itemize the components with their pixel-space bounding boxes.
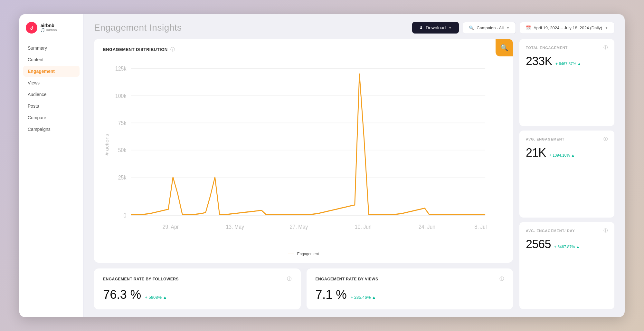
chart-legend: Engagement <box>103 252 504 256</box>
bottom-row: ENGAGEMENT RATE BY FOLLOWERS ⓘ 76.3 % + … <box>94 268 513 309</box>
date-dropdown-arrow: ▼ <box>605 26 608 30</box>
svg-text:24. Jun: 24. Jun <box>419 223 435 230</box>
campaign-filter-button[interactable]: 🔍 Campaign · All ▼ <box>463 22 516 34</box>
avg-engagement-info-icon[interactable]: ⓘ <box>603 136 608 142</box>
svg-text:75k: 75k <box>118 119 127 126</box>
tiktok-logo-icon <box>26 22 37 34</box>
rate-followers-title: ENGAGEMENT RATE BY FOLLOWERS ⓘ <box>103 276 292 282</box>
chart-search-badge[interactable]: 🔍 <box>496 39 513 56</box>
avg-engagement-value-row: 21K + 1094.16% ▲ <box>526 142 608 160</box>
campaign-dropdown-arrow: ▼ <box>506 26 510 30</box>
sidebar-item-posts[interactable]: Posts <box>23 101 80 112</box>
rate-followers-value: 76.3 % <box>103 288 141 302</box>
page-title: Engagement Insights <box>94 23 182 33</box>
download-icon: ⬇ <box>419 25 423 30</box>
avg-engagement-change: + 1094.16% ▲ <box>549 153 575 158</box>
chart-title-row: ENGAGEMENT DISTRIBUTION ⓘ <box>103 47 504 53</box>
total-engagement-label: TOTAL ENGAGEMENT ⓘ <box>526 45 608 51</box>
svg-text:29. Apr: 29. Apr <box>163 223 179 230</box>
legend-dot <box>288 254 294 254</box>
svg-text:0: 0 <box>124 212 127 219</box>
rate-views-card: ENGAGEMENT RATE BY VIEWS ⓘ 7.1 % + 285.4… <box>307 268 513 309</box>
download-dropdown-arrow: ▼ <box>448 26 452 30</box>
engagement-chart-card: ENGAGEMENT DISTRIBUTION ⓘ 🔍 <box>94 39 513 263</box>
header: Engagement Insights ⬇ Download ▼ 🔍 Campa… <box>84 14 625 39</box>
chart-title: ENGAGEMENT DISTRIBUTION <box>103 47 168 52</box>
total-engagement-up-icon: ▲ <box>577 62 581 66</box>
svg-text:50k: 50k <box>118 147 127 153</box>
rate-views-info-icon[interactable]: ⓘ <box>499 276 504 282</box>
total-engagement-card: TOTAL ENGAGEMENT ⓘ 233K + 6467.87% ▲ <box>519 39 614 126</box>
main-content: Engagement Insights ⬇ Download ▼ 🔍 Campa… <box>84 14 625 317</box>
total-engagement-value: 233K <box>526 54 552 68</box>
svg-text:# actions: # actions <box>104 133 109 155</box>
rate-followers-info-icon[interactable]: ⓘ <box>287 276 292 282</box>
rate-views-value: 7.1 % <box>316 288 347 302</box>
rate-views-title: ENGAGEMENT RATE BY VIEWS ⓘ <box>316 276 504 282</box>
right-column: TOTAL ENGAGEMENT ⓘ 233K + 6467.87% ▲ A <box>519 39 614 309</box>
avg-engagement-card: AVG. ENGAGEMENT ⓘ 21K + 1094.16% ▲ <box>519 131 614 218</box>
svg-text:100k: 100k <box>115 92 127 99</box>
total-engagement-change: + 6467.87% ▲ <box>555 62 581 66</box>
sidebar-nav: Summary Content Engagement Views Audienc… <box>19 43 83 135</box>
brand-name: airbnb <box>41 23 57 28</box>
rate-followers-value-row: 76.3 % + 5808% ▲ <box>103 282 292 302</box>
download-button[interactable]: ⬇ Download ▼ <box>412 22 459 34</box>
sidebar-item-audience[interactable]: Audience <box>23 89 80 100</box>
svg-text:13. May: 13. May <box>226 223 244 230</box>
rate-followers-up-icon: ▲ <box>163 295 167 300</box>
avg-engagement-day-change: + 6467.87% ▲ <box>554 245 580 249</box>
sidebar-item-compare[interactable]: Compare <box>23 112 80 123</box>
date-range-button[interactable]: 📅 April 19, 2024 – July 18, 2024 (Daily)… <box>520 22 614 34</box>
avg-engagement-label: AVG. ENGAGEMENT ⓘ <box>526 136 608 142</box>
sidebar-item-summary[interactable]: Summary <box>23 43 80 54</box>
header-actions: ⬇ Download ▼ 🔍 Campaign · All ▼ 📅 April … <box>412 22 614 34</box>
avg-engagement-day-value-row: 2565 + 6467.87% ▲ <box>526 234 608 251</box>
rate-views-value-row: 7.1 % + 285.46% ▲ <box>316 282 504 302</box>
calendar-icon: 📅 <box>526 25 531 30</box>
svg-text:125k: 125k <box>115 65 127 72</box>
app-container: airbnb 🎵 /airbnb Summary Content Engagem… <box>19 14 625 317</box>
sidebar-item-views[interactable]: Views <box>23 77 80 88</box>
avg-engagement-day-info-icon[interactable]: ⓘ <box>603 228 608 234</box>
sidebar-item-engagement[interactable]: Engagement <box>23 66 80 77</box>
sidebar: airbnb 🎵 /airbnb Summary Content Engagem… <box>19 14 84 317</box>
svg-text:25k: 25k <box>118 174 127 180</box>
legend-label: Engagement <box>297 252 319 256</box>
sidebar-logo: airbnb 🎵 /airbnb <box>19 22 83 43</box>
chart-info-icon[interactable]: ⓘ <box>170 47 175 53</box>
svg-text:8. Jul: 8. Jul <box>475 223 487 230</box>
avg-engagement-up-icon: ▲ <box>571 153 575 158</box>
logo-text: airbnb 🎵 /airbnb <box>41 23 57 32</box>
brand-handle: 🎵 /airbnb <box>41 28 57 32</box>
total-engagement-value-row: 233K + 6467.87% ▲ <box>526 51 608 68</box>
avg-engagement-value: 21K <box>526 146 546 160</box>
rate-followers-change: + 5808% ▲ <box>145 295 167 300</box>
avg-engagement-day-up-icon: ▲ <box>576 245 580 249</box>
rate-views-change: + 285.46% ▲ <box>351 295 376 300</box>
svg-text:10. Jun: 10. Jun <box>355 223 372 230</box>
rate-followers-card: ENGAGEMENT RATE BY FOLLOWERS ⓘ 76.3 % + … <box>94 268 301 309</box>
engagement-chart-svg: 125k 100k 75k 50k 25k 0 # actions 29. Ap… <box>103 58 504 248</box>
svg-text:27. May: 27. May <box>290 223 308 230</box>
content-area: ENGAGEMENT DISTRIBUTION ⓘ 🔍 <box>84 39 625 317</box>
left-column: ENGAGEMENT DISTRIBUTION ⓘ 🔍 <box>94 39 513 309</box>
avg-engagement-day-value: 2565 <box>526 238 551 251</box>
campaign-icon: 🔍 <box>469 25 474 30</box>
sidebar-item-campaigns[interactable]: Campaigns <box>23 124 80 135</box>
avg-engagement-day-card: AVG. ENGAGEMENT/ DAY ⓘ 2565 + 6467.87% ▲ <box>519 222 614 309</box>
avg-engagement-day-label: AVG. ENGAGEMENT/ DAY ⓘ <box>526 228 608 234</box>
sidebar-item-content[interactable]: Content <box>23 54 80 65</box>
total-engagement-info-icon[interactable]: ⓘ <box>603 45 608 51</box>
rate-views-up-icon: ▲ <box>372 295 376 300</box>
